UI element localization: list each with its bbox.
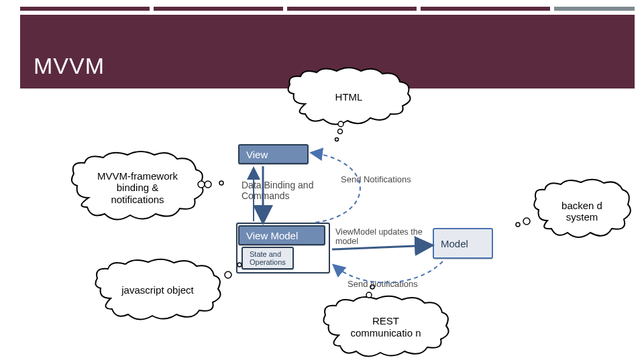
svg-point-9 xyxy=(523,218,530,225)
cloud-html: HTML xyxy=(282,67,416,127)
hw-databinding: Data Binding and Commands xyxy=(241,180,329,201)
cloud-html-label: HTML xyxy=(331,88,367,105)
hw-sendnotif-bottom: Send Notifications xyxy=(347,279,418,289)
svg-point-10 xyxy=(516,223,520,227)
cloud-mvvmfw-label: MVVM-framework binding & notifications xyxy=(91,168,184,208)
cloud-backend: backen d system xyxy=(530,178,634,245)
box-viewmodel-label: View Model xyxy=(246,230,298,241)
box-stateops: State and Operations xyxy=(241,247,294,269)
cloud-mvvmfw: MVVM-framework binding & notifications xyxy=(67,151,208,225)
hw-vm-updates: ViewModel updates the model xyxy=(335,228,423,247)
cloud-jsobj-label: javascript object xyxy=(117,282,198,298)
cloud-rest-label: REST communicatio n xyxy=(339,312,433,341)
decorative-topbar xyxy=(20,7,635,11)
topbar-seg-alt xyxy=(554,7,635,11)
svg-point-12 xyxy=(335,138,339,141)
box-stateops-label: State and Operations xyxy=(250,250,286,266)
cloud-backend-label: backen d system xyxy=(549,197,616,226)
svg-point-4 xyxy=(219,181,223,185)
hw-sendnotif-top: Send Notifications xyxy=(341,174,411,184)
box-model: Model xyxy=(433,228,493,259)
cloud-jsobj: javascript object xyxy=(91,258,225,322)
svg-point-0 xyxy=(338,121,343,127)
topbar-seg xyxy=(287,7,417,11)
topbar-seg xyxy=(154,7,283,11)
svg-point-5 xyxy=(225,272,231,278)
svg-point-11 xyxy=(338,129,343,134)
topbar-seg xyxy=(20,7,150,11)
svg-point-1 xyxy=(198,181,205,188)
box-model-label: Model xyxy=(441,238,468,249)
box-viewmodel: View Model xyxy=(238,225,325,245)
slide-title: MVVM xyxy=(34,53,105,79)
box-view-label: View xyxy=(246,149,268,160)
box-view: View xyxy=(238,144,309,164)
cloud-rest: REST communicatio n xyxy=(319,295,453,359)
topbar-seg xyxy=(421,7,550,11)
